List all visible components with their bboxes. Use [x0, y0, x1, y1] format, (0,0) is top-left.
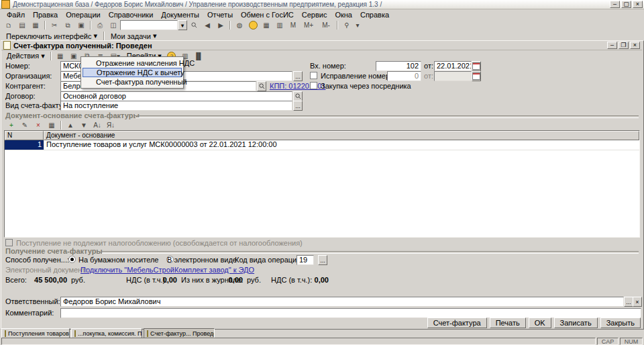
menu-item-invoice-received[interactable]: Счет-фактура полученный	[83, 77, 182, 87]
contract-input[interactable]: Основной договор	[60, 91, 292, 101]
edit-row-icon[interactable]: ✎	[18, 119, 32, 131]
taskbar-tab-purchase[interactable]: ...покупка, комиссия. П...	[71, 328, 142, 338]
correction-number-input[interactable]: 0	[387, 71, 421, 81]
quick-search-input[interactable]	[120, 20, 178, 30]
minimize-button[interactable]: –	[610, 1, 620, 8]
search-icon	[191, 22, 197, 28]
doc-save-icon[interactable]: ▦	[54, 50, 67, 62]
maximize-button[interactable]: ▢	[621, 1, 631, 8]
open-icon[interactable]: ▤	[15, 19, 29, 31]
switch-interface-label: Переключить интерфейс	[6, 32, 92, 40]
new-document-icon[interactable]: 🗅	[2, 19, 15, 31]
doc-minimize-button[interactable]: –	[607, 42, 617, 49]
sort-desc-icon[interactable]: Я↓	[104, 119, 117, 131]
responsible-select-button[interactable]: ...	[624, 297, 633, 307]
menu-file[interactable]: Файл	[3, 10, 29, 19]
doc-close-button[interactable]: ×	[630, 42, 640, 49]
find-icon[interactable]	[187, 19, 201, 31]
row-number-cell[interactable]: 1	[5, 140, 44, 150]
in-date-calendar-button[interactable]	[472, 61, 481, 71]
contragent-select-button[interactable]	[257, 81, 266, 91]
actions-button[interactable]: Действия ▾	[3, 51, 48, 61]
print-button[interactable]: Печать	[490, 317, 526, 328]
calendar-icon	[472, 72, 480, 80]
in-date-input[interactable]: 22.01.2021	[434, 61, 472, 71]
responsible-input[interactable]: Федоров Борис Михайлович	[60, 297, 624, 307]
number-label: Номер:	[5, 62, 30, 70]
journal-rub-label: руб.	[247, 276, 261, 284]
column-header-doc[interactable]: Документ - основание	[44, 131, 639, 140]
menu-service[interactable]: Сервис	[298, 10, 331, 19]
calc-memory-minus-button[interactable]: М-	[317, 19, 335, 31]
globe-icon[interactable]: ◍	[233, 19, 246, 31]
menu-documents[interactable]: Документы	[157, 10, 203, 19]
cut-icon[interactable]: ✂	[48, 19, 61, 31]
sort-asc-icon[interactable]: А↓	[91, 119, 104, 131]
opcode-input[interactable]: 19	[297, 255, 314, 265]
table-icon[interactable]: ▦	[260, 19, 273, 31]
doc-title: Счет-фактура полученный: Проведен	[13, 42, 152, 50]
invoice-print-form-button[interactable]: Счет-фактура	[427, 317, 487, 328]
move-up-icon[interactable]: ▲	[64, 119, 77, 131]
exempt-checkbox[interactable]	[5, 239, 13, 246]
print-icon[interactable]: ⎙	[93, 19, 107, 31]
preview-icon[interactable]: ◫	[107, 19, 120, 31]
paper-radio[interactable]	[68, 256, 76, 263]
menu-windows[interactable]: Окна	[331, 10, 356, 19]
select-row-icon[interactable]: ▦	[45, 119, 58, 131]
calc-memory-button[interactable]: М	[286, 19, 300, 31]
close-doc-button[interactable]: Закрыть	[600, 317, 641, 328]
invoice-kind-input[interactable]: На поступление	[60, 101, 292, 111]
write-button[interactable]: Записать	[554, 317, 598, 328]
basis-section-rule	[136, 115, 639, 118]
move-down-icon[interactable]: ▼	[77, 119, 91, 131]
taskbar-tab-invoice[interactable]: Счет-фактур... Проведен	[144, 328, 215, 338]
correction-date-input[interactable]	[434, 71, 472, 81]
column-header-n[interactable]: N	[5, 131, 44, 140]
ok-button[interactable]: OK	[529, 317, 551, 328]
copy-icon[interactable]: ⧉	[61, 19, 74, 31]
correction-checkbox[interactable]	[310, 72, 317, 79]
paste-icon[interactable]: ▣	[74, 19, 88, 31]
organization-select-button[interactable]: ...	[293, 71, 303, 81]
user-settings-dropdown-icon[interactable]: ▾	[354, 19, 362, 31]
menu-item-vat-accrual[interactable]: Отражение начисления НДС	[83, 58, 182, 68]
correction-calendar-button[interactable]	[472, 71, 481, 81]
user-settings-icon[interactable]: ⚲	[340, 19, 354, 31]
vat2-value: 0,00	[303, 276, 329, 284]
menu-reports[interactable]: Отчеты	[203, 10, 237, 19]
total-value: 45 500,00	[28, 276, 67, 284]
save-icon[interactable]: ▦	[29, 19, 42, 31]
calc-memory-plus-button[interactable]: М+	[300, 19, 317, 31]
add-row-icon[interactable]: +	[5, 119, 18, 131]
contract-select-button[interactable]	[293, 91, 303, 101]
doc-restore-button[interactable]: ❐	[619, 42, 629, 49]
invoice-kind-select-button[interactable]: ...	[293, 101, 303, 111]
menu-edit[interactable]: Правка	[29, 10, 62, 19]
in-number-input[interactable]: 102	[376, 61, 421, 71]
menu-gosis[interactable]: Обмен с ГосИС	[237, 10, 298, 19]
service-smiley-icon[interactable]	[246, 19, 260, 31]
taskbar-tab-receipt[interactable]: Поступления товаров и...	[1, 328, 70, 338]
edoc-label: Электронный документ:	[5, 266, 87, 274]
menu-item-vat-deduction[interactable]: Отражение НДС к вычету	[83, 68, 182, 77]
menu-operations[interactable]: Операции	[62, 10, 104, 19]
grid-icon[interactable]: ▥	[273, 19, 286, 31]
close-button[interactable]: ×	[633, 1, 643, 8]
row-doc-cell[interactable]: Поступление товаров и услуг МСК00000003 …	[44, 140, 639, 150]
responsible-clear-button[interactable]: ×	[633, 297, 642, 307]
method-label: Способ получен...:	[5, 256, 69, 264]
menu-help[interactable]: Справка	[356, 10, 393, 19]
comment-input[interactable]	[60, 308, 641, 318]
back-icon[interactable]: ◀	[201, 19, 214, 31]
forward-icon[interactable]: ▶	[214, 19, 227, 31]
intermediary-checkbox[interactable]	[310, 82, 317, 89]
doc-post-icon[interactable]: ▣	[67, 50, 80, 62]
opcode-select-button[interactable]: ...	[318, 255, 327, 265]
delete-row-icon[interactable]: ×	[32, 119, 45, 131]
quick-search-dropdown-icon[interactable]: ▾	[178, 20, 187, 30]
menu-catalogs[interactable]: Справочники	[105, 10, 158, 19]
status-message-panel	[1, 338, 596, 345]
table-row[interactable]: 1 Поступление товаров и услуг МСК0000000…	[5, 140, 639, 150]
edoc-connect-link[interactable]: Подключить "МебельСтройКомплект завод" к…	[80, 266, 254, 274]
